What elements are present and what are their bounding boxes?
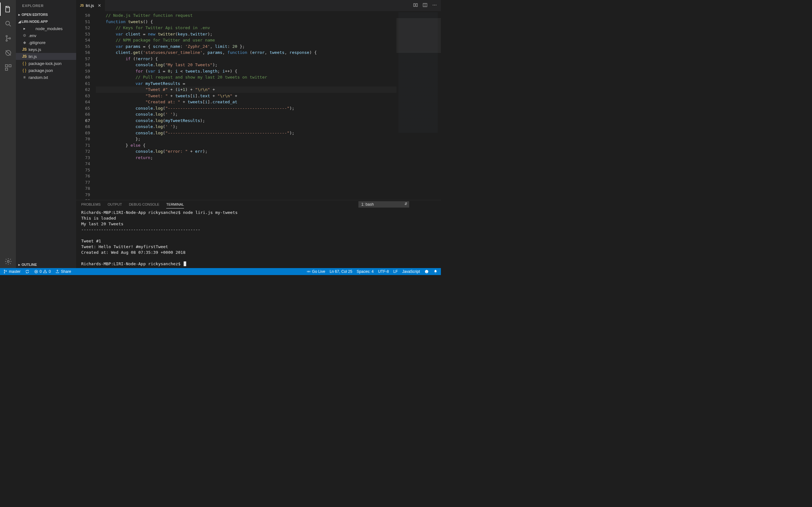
terminal-selector[interactable]: 1: bash <box>358 201 409 208</box>
search-icon[interactable] <box>0 17 16 31</box>
svg-point-12 <box>433 5 433 5</box>
code-content[interactable]: // Node.js Twitter function request func… <box>96 11 397 200</box>
panel-tab-problems[interactable]: PROBLEMS <box>81 201 101 208</box>
share-label: Share <box>61 269 71 274</box>
svg-point-17 <box>4 270 5 271</box>
explorer-icon[interactable] <box>0 3 16 16</box>
tab-label: liri.js <box>86 3 94 8</box>
svg-point-3 <box>9 38 10 39</box>
svg-point-0 <box>6 21 9 25</box>
file-liri-js[interactable]: JSliri.js <box>16 53 76 60</box>
file-package-lock-json[interactable]: { }package-lock.json <box>16 60 76 67</box>
file-keys-js[interactable]: JSkeys.js <box>16 46 76 53</box>
panel-tab-terminal[interactable]: TERMINAL <box>166 201 184 209</box>
git-branch[interactable]: master <box>3 269 20 274</box>
bell-icon[interactable] <box>433 269 438 274</box>
svg-rect-9 <box>414 3 415 6</box>
sync-icon[interactable] <box>25 269 30 274</box>
svg-point-22 <box>425 270 428 274</box>
open-editors-label: OPEN EDITORS <box>21 13 48 16</box>
svg-point-14 <box>436 5 437 5</box>
editor-tabs: JS liri.js ✕ <box>76 0 441 11</box>
warning-count: 0 <box>49 269 51 274</box>
language-mode[interactable]: JavaScript <box>402 269 420 274</box>
cursor-position[interactable]: Ln 67, Col 25 <box>329 269 352 274</box>
compare-icon[interactable] <box>413 3 418 9</box>
outline-label: OUTLINE <box>21 263 37 267</box>
panel-tab-debug-console[interactable]: DEBUG CONSOLE <box>129 201 159 208</box>
more-icon[interactable] <box>432 3 437 9</box>
tab-liri-js[interactable]: JS liri.js ✕ <box>76 0 105 11</box>
svg-point-24 <box>427 271 427 271</box>
file-tree: ▸node_modules⚙.env◆.gitignoreJSkeys.jsJS… <box>16 25 76 261</box>
open-editors-header[interactable]: ▸OPEN EDITORS <box>16 11 76 18</box>
go-live[interactable]: Go Live <box>306 269 325 274</box>
indentation[interactable]: Spaces: 4 <box>357 269 374 274</box>
source-control-icon[interactable] <box>0 32 16 45</box>
svg-point-13 <box>434 5 435 5</box>
errors-warnings[interactable]: 0 0 <box>34 269 51 274</box>
encoding[interactable]: UTF-8 <box>378 269 389 274</box>
svg-rect-6 <box>9 65 11 67</box>
editor-pane: JS liri.js ✕ 505152535455565758596061626… <box>76 0 441 268</box>
branch-name: master <box>9 269 20 274</box>
eol[interactable]: LF <box>393 269 398 274</box>
debug-icon[interactable] <box>0 46 16 60</box>
svg-point-21 <box>308 271 309 272</box>
sidebar-title: EXPLORER <box>16 0 76 11</box>
activity-bar <box>0 0 16 268</box>
project-header[interactable]: ◢LIRI-NODE-APP <box>16 18 76 25</box>
svg-rect-5 <box>5 65 8 67</box>
svg-point-2 <box>6 40 7 41</box>
bottom-panel: PROBLEMSOUTPUTDEBUG CONSOLETERMINAL 1: b… <box>76 200 441 268</box>
outline-header[interactable]: ▸OUTLINE <box>16 261 76 268</box>
live-share[interactable]: Share <box>55 269 71 274</box>
project-label: LIRI-NODE-APP <box>21 20 48 23</box>
gutter: 5051525354555657585960616263646566676869… <box>76 11 96 200</box>
svg-rect-7 <box>5 68 8 70</box>
go-live-label: Go Live <box>312 269 325 274</box>
svg-point-8 <box>7 261 9 262</box>
file-random-txt[interactable]: ≡random.txt <box>16 74 76 81</box>
svg-rect-10 <box>416 3 417 6</box>
terminal-output[interactable]: Richards-MBP:LIRI-Node-App rickysanchez$… <box>76 209 441 268</box>
file-node_modules[interactable]: ▸node_modules <box>16 25 76 32</box>
settings-gear-icon[interactable] <box>0 255 16 268</box>
panel-tab-output[interactable]: OUTPUT <box>107 201 122 208</box>
file--gitignore[interactable]: ◆.gitignore <box>16 39 76 46</box>
panel-tabs: PROBLEMSOUTPUTDEBUG CONSOLETERMINAL 1: b… <box>76 200 441 209</box>
minimap[interactable] <box>397 11 441 200</box>
js-file-icon: JS <box>80 4 84 7</box>
svg-point-19 <box>6 271 7 271</box>
code-area[interactable]: 5051525354555657585960616263646566676869… <box>76 11 441 200</box>
explorer-sidebar: EXPLORER ▸OPEN EDITORS ◢LIRI-NODE-APP ▸n… <box>16 0 76 268</box>
status-bar: master 0 0 Share Go Live Ln 67, Col 25 S… <box>0 268 441 275</box>
feedback-icon[interactable] <box>424 269 429 274</box>
error-count: 0 <box>40 269 42 274</box>
svg-point-1 <box>6 36 7 37</box>
split-editor-icon[interactable] <box>422 3 427 9</box>
close-icon[interactable]: ✕ <box>98 3 101 8</box>
file-package-json[interactable]: { }package.json <box>16 67 76 74</box>
svg-point-18 <box>4 273 5 273</box>
extensions-icon[interactable] <box>0 61 16 74</box>
file--env[interactable]: ⚙.env <box>16 32 76 39</box>
